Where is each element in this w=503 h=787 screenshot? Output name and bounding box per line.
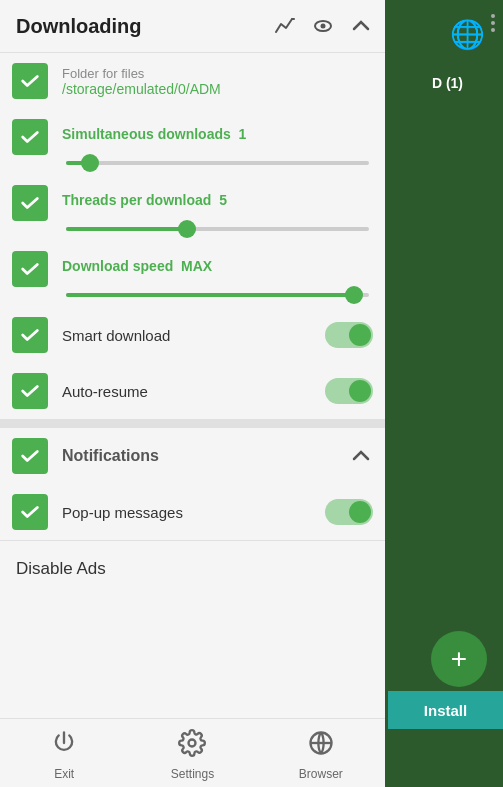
auto-resume-checkbox[interactable] bbox=[12, 373, 48, 409]
threads-checkbox[interactable] bbox=[12, 185, 48, 221]
popup-messages-toggle-thumb bbox=[349, 501, 371, 523]
smart-download-content: Smart download bbox=[62, 327, 325, 344]
svg-point-2 bbox=[189, 740, 196, 747]
folder-path: /storage/emulated/0/ADM bbox=[62, 81, 373, 97]
speed-label: Download speed MAX bbox=[62, 258, 212, 274]
auto-resume-toggle[interactable] bbox=[325, 378, 373, 404]
auto-resume-label: Auto-resume bbox=[62, 383, 325, 400]
notifications-chevron-up-icon[interactable] bbox=[349, 444, 373, 468]
simultaneous-checkbox[interactable] bbox=[12, 119, 48, 155]
smart-download-checkbox[interactable] bbox=[12, 317, 48, 353]
popup-messages-toggle[interactable] bbox=[325, 499, 373, 525]
content-area: Folder for files /storage/emulated/0/ADM… bbox=[0, 53, 385, 718]
speed-fill bbox=[66, 293, 354, 297]
browser-label: Browser bbox=[299, 767, 343, 781]
simultaneous-slider-row[interactable] bbox=[0, 155, 385, 175]
more-options-icon[interactable] bbox=[491, 14, 495, 32]
folder-content: Folder for files /storage/emulated/0/ADM bbox=[62, 66, 373, 97]
threads-row: Threads per download 5 bbox=[0, 175, 385, 221]
speed-thumb[interactable] bbox=[345, 286, 363, 304]
notifications-checkbox[interactable] bbox=[12, 438, 48, 474]
folder-row[interactable]: Folder for files /storage/emulated/0/ADM bbox=[0, 53, 385, 109]
nav-exit[interactable]: Exit bbox=[24, 729, 104, 781]
notifications-title: Notifications bbox=[62, 447, 349, 465]
plus-icon: + bbox=[451, 643, 467, 675]
auto-resume-row: Auto-resume bbox=[0, 363, 385, 419]
threads-thumb[interactable] bbox=[178, 220, 196, 238]
threads-fill bbox=[66, 227, 187, 231]
browser-icon bbox=[307, 729, 335, 764]
speed-checkbox[interactable] bbox=[12, 251, 48, 287]
auto-resume-content: Auto-resume bbox=[62, 383, 325, 400]
nav-settings[interactable]: Settings bbox=[152, 729, 232, 781]
simultaneous-label: Simultaneous downloads 1 bbox=[62, 126, 246, 142]
svg-point-1 bbox=[321, 24, 326, 29]
threads-track[interactable] bbox=[66, 227, 369, 231]
popup-messages-row: Pop-up messages bbox=[0, 484, 385, 540]
disable-ads-row[interactable]: Disable Ads bbox=[0, 540, 385, 597]
section-divider bbox=[0, 419, 385, 427]
exit-label: Exit bbox=[54, 767, 74, 781]
settings-label: Settings bbox=[171, 767, 214, 781]
simultaneous-thumb[interactable] bbox=[81, 154, 99, 172]
panel-title: Downloading bbox=[16, 15, 273, 38]
power-icon bbox=[50, 729, 78, 764]
disable-ads-label: Disable Ads bbox=[16, 559, 106, 578]
speed-slider-row[interactable] bbox=[0, 287, 385, 307]
smart-download-toggle[interactable] bbox=[325, 322, 373, 348]
smart-download-row: Smart download bbox=[0, 307, 385, 363]
smart-download-label: Smart download bbox=[62, 327, 325, 344]
chevron-up-icon[interactable] bbox=[349, 14, 373, 38]
eye-icon[interactable] bbox=[311, 14, 335, 38]
popup-messages-content: Pop-up messages bbox=[62, 504, 325, 521]
threads-slider-row[interactable] bbox=[0, 221, 385, 241]
auto-resume-toggle-thumb bbox=[349, 380, 371, 402]
chart-icon[interactable] bbox=[273, 14, 297, 38]
speed-track[interactable] bbox=[66, 293, 369, 297]
badge-label: D (1) bbox=[432, 75, 463, 91]
main-panel: Downloading bbox=[0, 0, 385, 787]
simultaneous-row: Simultaneous downloads 1 bbox=[0, 109, 385, 155]
threads-label: Threads per download 5 bbox=[62, 192, 227, 208]
simultaneous-track[interactable] bbox=[66, 161, 369, 165]
popup-messages-label: Pop-up messages bbox=[62, 504, 325, 521]
header-icons bbox=[273, 14, 373, 38]
bottom-nav: Exit Settings Browser bbox=[0, 718, 385, 787]
panel-header: Downloading bbox=[0, 0, 385, 53]
nav-browser[interactable]: Browser bbox=[281, 729, 361, 781]
speed-row: Download speed MAX bbox=[0, 241, 385, 287]
notifications-header[interactable]: Notifications bbox=[0, 427, 385, 484]
fab-add-button[interactable]: + bbox=[431, 631, 487, 687]
settings-icon bbox=[178, 729, 206, 764]
smart-download-toggle-thumb bbox=[349, 324, 371, 346]
folder-label: Folder for files bbox=[62, 66, 373, 81]
globe-icon[interactable]: 🌐 bbox=[450, 18, 485, 51]
folder-checkbox[interactable] bbox=[12, 63, 48, 99]
popup-messages-checkbox[interactable] bbox=[12, 494, 48, 530]
install-button[interactable]: Install bbox=[388, 691, 503, 729]
